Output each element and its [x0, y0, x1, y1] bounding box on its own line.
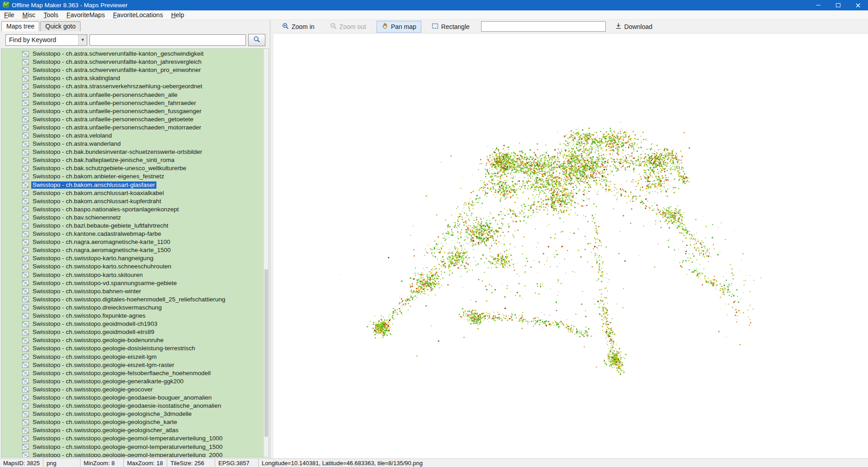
search-input[interactable] [90, 34, 246, 46]
tree-item[interactable]: Swisstopo - ch.swisstopo.geoidmodell-ch1… [1, 320, 264, 328]
switzerland-dot-map-canvas[interactable] [274, 33, 868, 458]
tree-item[interactable]: Swisstopo - ch.astra.schwerverunfallte-k… [1, 66, 264, 74]
download-button[interactable]: Download [610, 21, 657, 32]
tree-item[interactable]: Swisstopo - ch.swisstopo.geologie-geocov… [1, 386, 264, 394]
minimize-button[interactable] [808, 0, 828, 10]
tree-item[interactable]: Swisstopo - ch.astra.unfaelle-personensc… [1, 107, 264, 115]
tree-item[interactable]: Swisstopo - ch.swisstopo.digitales-hoehe… [1, 295, 264, 304]
tree-item-label: Swisstopo - ch.swisstopo.geologie-geocov… [31, 386, 154, 393]
tree-item[interactable]: Swisstopo - ch.bak.halteplaetze-jenische… [1, 156, 264, 164]
maximize-button[interactable] [828, 0, 848, 10]
tree-item[interactable]: Swisstopo - ch.swisstopo.bahnen-winter [1, 287, 264, 295]
tree-item[interactable]: Swisstopo - ch.swisstopo.geoidmodell-etr… [1, 328, 264, 336]
tree-item[interactable]: Swisstopo - ch.swisstopo.geologie-genera… [1, 377, 264, 386]
app-window: Offline Map Maker 8.363 - Maps Previewer… [0, 0, 868, 467]
tree-scrollbar-thumb[interactable] [264, 269, 268, 437]
tree-item[interactable]: Swisstopo - ch.astra.strassenverkehrszae… [1, 82, 264, 91]
tree-item[interactable]: Swisstopo - ch.swisstopo.dreiecksvermasc… [1, 304, 264, 312]
tree-item-label: Swisstopo - ch.astra.schwerverunfallte-k… [31, 58, 203, 66]
search-icon [253, 36, 260, 44]
tree-item[interactable]: Swisstopo - ch.bak.bundesinventar-schuet… [1, 148, 264, 156]
tree-item[interactable]: Swisstopo - ch.nagra.aeromagnetische-kar… [1, 246, 264, 254]
tree-item[interactable]: Swisstopo - ch.swisstopo.geologie-eiszei… [1, 353, 264, 361]
tree-item[interactable]: Swisstopo - ch.swisstopo-karto.schneesch… [1, 262, 264, 271]
rectangle-select-button[interactable]: Rectangle [427, 21, 475, 32]
panel-splitter[interactable] [270, 20, 274, 458]
tree-item[interactable]: Swisstopo - ch.swisstopo.geologie-dosisl… [1, 344, 264, 353]
map-layer-icon [22, 51, 29, 57]
tree-item[interactable]: Swisstopo - ch.bak.schutzgebiete-unesco_… [1, 164, 264, 172]
map-layer-icon [22, 76, 29, 81]
right-panel: Zoom in Zoom out Pan map [274, 20, 868, 458]
menu-item[interactable]: Tools [39, 10, 62, 19]
tree-item[interactable]: Swisstopo - ch.swisstopo-karto.skitouren [1, 271, 264, 279]
tree-item-label: Swisstopo - ch.swisstopo.geologie-geomol… [31, 435, 224, 442]
menu-item[interactable]: Help [167, 10, 188, 19]
map-layer-icon [22, 313, 29, 319]
status-tile-size: TileSize: 256 [167, 459, 215, 467]
tree-item[interactable]: Swisstopo - ch.swisstopo.geologie-geolog… [1, 418, 264, 426]
tab-quick-goto[interactable]: Quick goto [40, 21, 80, 31]
tree-item[interactable]: Swisstopo - ch.kantone.cadastralwebmap-f… [1, 230, 264, 238]
tree-item[interactable]: Swisstopo - ch.swisstopo.geologie-geolog… [1, 410, 264, 418]
map-viewport[interactable] [274, 33, 868, 458]
zoom-out-button[interactable]: Zoom out [325, 21, 371, 33]
tree-item[interactable]: Swisstopo - ch.bazl.bebaute-gebiete_luft… [1, 222, 264, 230]
menu-item[interactable]: FavoriteLocations [109, 10, 167, 19]
tree-item[interactable]: Swisstopo - ch.bakom.anschlussart-koaxia… [1, 189, 264, 197]
close-button[interactable]: × [848, 0, 868, 10]
tree-item[interactable]: Swisstopo - ch.astra.unfaelle-personensc… [1, 115, 264, 124]
tree-item[interactable]: Swisstopo - ch.swisstopo-karto.hangneigu… [1, 254, 264, 262]
tree-item[interactable]: Swisstopo - ch.astra.unfaelle-personensc… [1, 124, 264, 132]
menu-item[interactable]: File [0, 10, 19, 19]
find-mode-select[interactable]: Find by Keyword ▼ [5, 34, 87, 46]
tree-item[interactable]: Swisstopo - ch.swisstopo.fixpunkte-agnes [1, 312, 264, 320]
tree-item[interactable]: Swisstopo - ch.nagra.aeromagnetische-kar… [1, 238, 264, 246]
maps-tree-wrap: Swisstopo - ch.astra.schwerverunfallte-k… [1, 48, 269, 457]
map-layer-icon [22, 403, 29, 409]
tree-item[interactable]: Swisstopo - ch.swisstopo.geologie-geomol… [1, 443, 264, 451]
panel-tabs: Maps tree Quick goto [0, 20, 270, 31]
pan-map-button[interactable]: Pan map [377, 21, 421, 33]
tab-maps-tree[interactable]: Maps tree [1, 21, 39, 31]
tree-item[interactable]: Swisstopo - ch.swisstopo.geologie-bodenu… [1, 336, 264, 344]
tree-item[interactable]: Swisstopo - ch.astra.unfaelle-personensc… [1, 99, 264, 107]
tree-item[interactable]: Swisstopo - ch.swisstopo.geologie-eiszei… [1, 361, 264, 369]
menu-item[interactable]: Misc [19, 10, 40, 19]
menu-item[interactable]: FavoriteMaps [62, 10, 109, 19]
tree-item[interactable]: Swisstopo - ch.swisstopo.geologie-geolog… [1, 426, 264, 434]
zoom-in-button[interactable]: Zoom in [277, 21, 320, 33]
tree-item[interactable]: Swisstopo - ch.swisstopo.geologie-felsob… [1, 369, 264, 377]
tree-item[interactable]: Swisstopo - ch.swisstopo.geologie-geomol… [1, 451, 264, 457]
tree-item[interactable]: Swisstopo - ch.bav.schienennetz [1, 214, 264, 222]
tree-item[interactable]: Swisstopo - ch.astra.schwerverunfallte-k… [1, 58, 264, 66]
tree-item-label: Swisstopo - ch.astra.wanderland [31, 140, 122, 148]
tree-item[interactable]: Swisstopo - ch.swisstopo.geologie-geodae… [1, 394, 264, 402]
tree-item-label: Swisstopo - ch.swisstopo.digitales-hoehe… [31, 296, 226, 303]
left-panel: Maps tree Quick goto Find by Keyword ▼ [0, 20, 270, 458]
tree-item[interactable]: Swisstopo - ch.astra.veloland [1, 132, 264, 140]
tree-item[interactable]: Swisstopo - ch.bakom.anschlussart-kupfer… [1, 197, 264, 205]
map-layer-icon [22, 223, 29, 229]
tree-item[interactable]: Swisstopo - ch.baspo.nationales-sportanl… [1, 205, 264, 214]
tree-item-label: Swisstopo - ch.swisstopo.geologie-geolog… [31, 410, 193, 418]
tree-item[interactable]: Swisstopo - ch.astra.schwerverunfallte-k… [1, 50, 264, 58]
tree-item[interactable]: Swisstopo - ch.bakom.anschlussart-glasfa… [1, 181, 264, 189]
tree-item-label: Swisstopo - ch.swisstopo-karto.hangneigu… [31, 255, 155, 262]
titlebar: Offline Map Maker 8.363 - Maps Previewer… [0, 0, 868, 10]
tree-item[interactable]: Swisstopo - ch.swisstopo.geologie-geomol… [1, 434, 264, 443]
search-button[interactable] [248, 34, 265, 46]
tree-item[interactable]: Swisstopo - ch.astra.wanderland [1, 140, 264, 148]
menubar: File Misc Tools FavoriteMaps FavoriteLoc… [0, 10, 868, 20]
tree-item-label: Swisstopo - ch.bakom.anschlussart-kupfer… [31, 198, 162, 205]
map-layer-icon [22, 190, 29, 196]
tree-item[interactable]: Swisstopo - ch.astra.unfaelle-personensc… [1, 91, 264, 99]
map-layer-icon [22, 444, 29, 450]
tree-item[interactable]: Swisstopo - ch.astra.skatingland [1, 74, 264, 82]
tree-item[interactable]: Swisstopo - ch.bakom.anbieter-eigenes_fe… [1, 172, 264, 181]
tree-scrollbar[interactable] [264, 49, 269, 457]
map-layer-icon [22, 141, 29, 147]
tree-item[interactable]: Swisstopo - ch.swisstopo.geologie-geodae… [1, 402, 264, 410]
tree-item[interactable]: Swisstopo - ch.swisstopo-vd.spannungsarm… [1, 279, 264, 287]
toolbar-text-input[interactable] [481, 21, 606, 32]
